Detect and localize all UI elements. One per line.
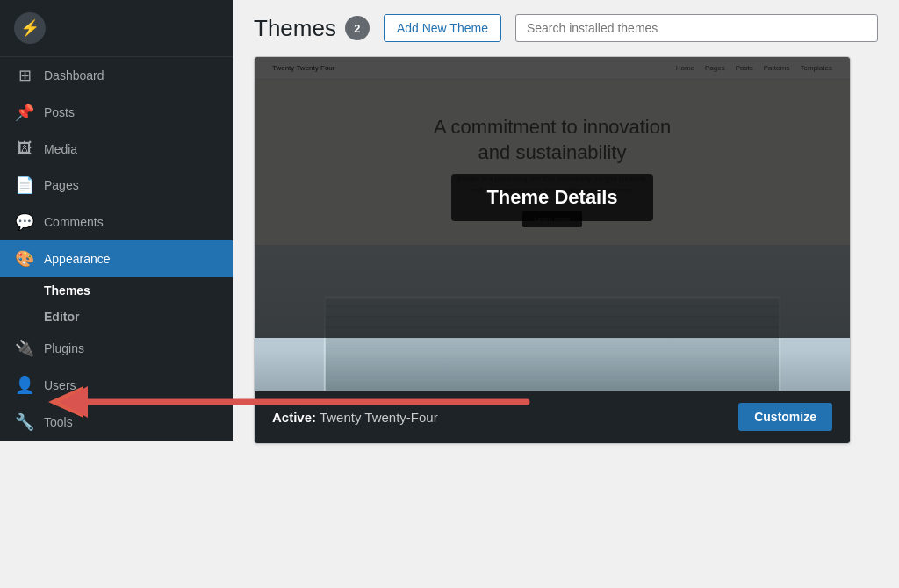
theme-details-overlay[interactable]: Theme Details: [255, 57, 850, 338]
dashboard-icon: ⊞: [14, 66, 35, 85]
theme-active-name: Twenty Twenty-Four: [320, 410, 438, 425]
wp-logo-icon: ⚡: [14, 12, 46, 44]
themes-sub-label: Themes: [44, 283, 90, 298]
sidebar-logo: ⚡: [0, 0, 233, 57]
customize-button[interactable]: Customize: [738, 403, 832, 431]
sidebar-item-comments[interactable]: 💬 Comments: [0, 204, 233, 240]
sidebar-item-dashboard[interactable]: ⊞ Dashboard: [0, 57, 233, 94]
theme-active-prefix: Active:: [272, 410, 316, 425]
theme-details-button[interactable]: Theme Details: [451, 174, 652, 221]
add-new-theme-button[interactable]: Add New Theme: [384, 14, 501, 42]
sidebar: ⚡ ⊞ Dashboard 📌 Posts 🖼 Media 📄 Pages 💬 …: [0, 0, 233, 588]
sidebar-item-tools[interactable]: 🔧 Tools: [0, 404, 233, 441]
pages-icon: 📄: [14, 176, 35, 195]
sidebar-item-plugins[interactable]: 🔌 Plugins: [0, 330, 233, 367]
sidebar-item-label: Pages: [44, 178, 79, 192]
sidebar-item-pages[interactable]: 📄 Pages: [0, 167, 233, 204]
media-icon: 🖼: [14, 140, 35, 158]
topbar: Themes 2 Add New Theme: [233, 0, 899, 56]
sidebar-item-label: Appearance: [44, 252, 111, 266]
theme-screenshot: Twenty Twenty Four Home Pages Posts Patt…: [255, 57, 850, 391]
sidebar-item-label: Dashboard: [44, 68, 104, 82]
sidebar-item-media[interactable]: 🖼 Media: [0, 131, 233, 167]
sidebar-item-appearance[interactable]: 🎨 Appearance: [0, 240, 233, 277]
theme-footer: Active: Twenty Twenty-Four Customize: [255, 391, 850, 443]
plugins-icon: 🔌: [14, 339, 35, 358]
theme-active-label: Active: Twenty Twenty-Four: [272, 410, 438, 425]
main-content: Themes 2 Add New Theme Twenty Twenty Fou…: [233, 0, 899, 588]
sidebar-item-label: Tools: [44, 415, 73, 429]
search-input[interactable]: [515, 14, 878, 42]
comments-icon: 💬: [14, 212, 35, 232]
users-icon: 👤: [14, 376, 35, 395]
sidebar-item-posts[interactable]: 📌 Posts: [0, 94, 233, 131]
appearance-icon: 🎨: [14, 249, 35, 269]
posts-icon: 📌: [14, 103, 35, 122]
sidebar-item-label: Plugins: [44, 341, 84, 355]
sidebar-item-users[interactable]: 👤 Users: [0, 367, 233, 404]
theme-count-badge: 2: [345, 16, 370, 40]
page-title: Themes: [254, 15, 336, 42]
page-title-group: Themes 2: [254, 15, 370, 42]
sidebar-sub-item-editor[interactable]: Editor: [0, 304, 233, 330]
themes-area: Twenty Twenty Four Home Pages Posts Patt…: [233, 56, 899, 588]
tools-icon: 🔧: [14, 412, 35, 432]
sidebar-item-label: Users: [44, 378, 76, 392]
theme-card-twenty-twenty-four[interactable]: Twenty Twenty Four Home Pages Posts Patt…: [254, 56, 851, 444]
sidebar-item-label: Comments: [44, 215, 104, 229]
sidebar-sub-item-themes[interactable]: Themes: [0, 277, 233, 304]
editor-sub-label: Editor: [44, 310, 79, 324]
sidebar-item-label: Media: [44, 142, 77, 156]
sidebar-item-label: Posts: [44, 105, 75, 119]
